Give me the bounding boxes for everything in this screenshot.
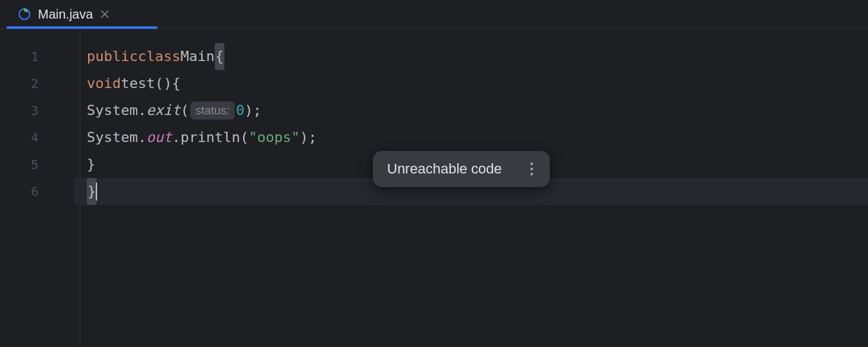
line-number-gutter: 1 2 3 4 5 6 bbox=[0, 29, 80, 347]
line-number: 1 bbox=[0, 43, 80, 70]
code-line: public class Main { bbox=[87, 43, 868, 70]
line-number: 5 bbox=[0, 151, 80, 178]
more-actions-icon[interactable] bbox=[528, 160, 536, 178]
code-line: void test() { bbox=[87, 70, 868, 97]
line-number: 3 bbox=[0, 97, 80, 124]
file-class-icon bbox=[17, 7, 32, 21]
tab-main-java[interactable]: Main.java bbox=[10, 0, 118, 28]
line-number: 6 bbox=[0, 178, 80, 205]
code-line: System.exit(status: 0); bbox=[87, 97, 868, 124]
tab-title: Main.java bbox=[38, 7, 93, 22]
parameter-hint: status: bbox=[190, 102, 235, 120]
close-icon[interactable] bbox=[100, 9, 110, 19]
tab-bar: Main.java bbox=[0, 0, 868, 29]
line-number: 2 bbox=[0, 70, 80, 97]
line-number: 4 bbox=[0, 124, 80, 151]
editor-area[interactable]: 1 2 3 4 5 6 public class Main { void tes… bbox=[0, 29, 868, 347]
text-cursor bbox=[96, 182, 97, 200]
tooltip-message: Unreachable code bbox=[387, 161, 502, 177]
code-content[interactable]: public class Main { void test() { System… bbox=[80, 29, 868, 347]
inspection-tooltip: Unreachable code bbox=[373, 151, 550, 187]
code-line: System.out.println("oops"); bbox=[87, 124, 868, 151]
